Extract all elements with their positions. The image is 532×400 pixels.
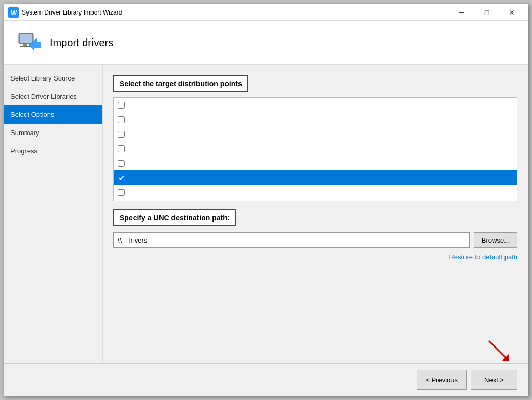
unc-section: Specify a UNC destination path: Browse..…: [113, 209, 517, 261]
list-item-selected: [114, 170, 517, 185]
content-area: Select Library Source Select Driver Libr…: [4, 65, 528, 363]
list-item-checkbox-4[interactable]: [118, 145, 125, 152]
distribution-points-list[interactable]: [113, 97, 517, 201]
list-item-checkbox-3[interactable]: [118, 131, 125, 138]
header: Import drivers: [4, 21, 528, 65]
unc-header: Specify a UNC destination path:: [113, 209, 236, 226]
list-item: [114, 141, 517, 156]
list-item-checkbox-5[interactable]: [118, 160, 125, 167]
list-item: [114, 127, 517, 141]
window-controls: ─ □ ✕: [450, 4, 524, 21]
sidebar-item-select-driver-libraries[interactable]: Select Driver Libraries: [4, 87, 102, 105]
minimize-button[interactable]: ─: [450, 4, 474, 21]
main-window: W System Driver Library Import Wizard ─ …: [4, 4, 528, 396]
window-title: System Driver Library Import Wizard: [22, 9, 450, 16]
list-item: [114, 112, 517, 127]
unc-input-row: Browse...: [113, 232, 517, 248]
sidebar-item-select-options[interactable]: Select Options: [4, 105, 102, 124]
app-icon: W: [8, 7, 19, 18]
svg-rect-6: [20, 46, 30, 47]
list-item-checkbox-2[interactable]: [118, 116, 125, 123]
list-item-checkbox-1[interactable]: [118, 102, 125, 109]
unc-path-input[interactable]: [113, 232, 470, 248]
svg-text:W: W: [11, 9, 17, 17]
close-button[interactable]: ✕: [500, 4, 524, 21]
distribution-points-section: Select the target distribution points: [113, 75, 517, 201]
main-content: Select the target distribution points: [103, 65, 528, 363]
footer: < Previous Next >: [4, 363, 528, 396]
list-item-checkbox-7[interactable]: [118, 189, 125, 196]
distribution-points-header: Select the target distribution points: [113, 75, 248, 92]
browse-button[interactable]: Browse...: [474, 232, 517, 248]
list-item: [114, 156, 517, 170]
next-button[interactable]: Next >: [471, 370, 517, 390]
previous-button[interactable]: < Previous: [417, 370, 467, 390]
list-item: [114, 199, 517, 201]
list-item: [114, 185, 517, 199]
sidebar-item-select-library-source[interactable]: Select Library Source: [4, 69, 102, 87]
title-bar: W System Driver Library Import Wizard ─ …: [4, 4, 528, 21]
sidebar-item-summary[interactable]: Summary: [4, 124, 102, 142]
wizard-icon: [15, 29, 42, 56]
svg-rect-3: [20, 34, 32, 43]
list-item: [114, 98, 517, 112]
sidebar-item-progress[interactable]: Progress: [4, 142, 102, 160]
svg-rect-5: [23, 44, 27, 46]
maximize-button[interactable]: □: [475, 4, 499, 21]
list-item-checkbox-6[interactable]: [118, 175, 125, 181]
svg-line-7: [489, 341, 506, 358]
arrow-indicator: [486, 338, 512, 366]
restore-default-link[interactable]: Restore to default path: [113, 253, 517, 261]
sidebar: Select Library Source Select Driver Libr…: [4, 65, 103, 363]
page-title: Import drivers: [50, 37, 113, 49]
